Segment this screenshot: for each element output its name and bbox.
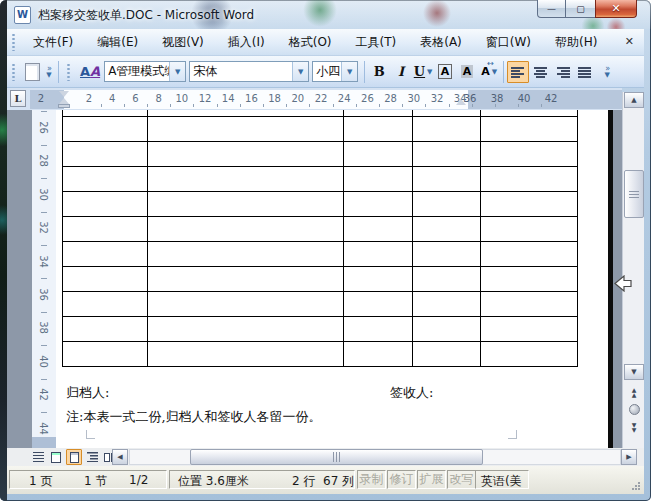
select-browse-object-button[interactable] xyxy=(624,402,644,417)
table-cell[interactable] xyxy=(481,241,578,266)
table-cell[interactable] xyxy=(63,291,148,316)
table-cell[interactable] xyxy=(63,316,148,341)
normal-view-button[interactable] xyxy=(30,449,46,465)
mode-toggle-3[interactable]: 扩展 xyxy=(417,470,446,489)
table-cell[interactable] xyxy=(148,141,344,166)
menu-item-4[interactable]: 插入(I) xyxy=(216,29,277,55)
table-cell[interactable] xyxy=(481,191,578,216)
table-cell[interactable] xyxy=(344,141,413,166)
menu-item-2[interactable]: 编辑(E) xyxy=(85,29,150,55)
styles-and-formatting-icon[interactable]: AA xyxy=(80,64,100,79)
align-center-button[interactable] xyxy=(529,61,551,83)
table-cell[interactable] xyxy=(148,341,344,366)
table-cell[interactable] xyxy=(63,191,148,216)
scroll-right-button[interactable]: ▶ xyxy=(621,449,637,465)
table-cell[interactable] xyxy=(413,291,481,316)
toolbar-drag-handle-icon[interactable] xyxy=(12,63,15,81)
web-layout-view-button[interactable] xyxy=(48,449,64,465)
toolbar-drag-handle-icon[interactable] xyxy=(67,63,70,81)
table-cell[interactable] xyxy=(344,166,413,191)
close-document-icon[interactable]: ✕ xyxy=(625,29,634,55)
table-cell[interactable] xyxy=(413,191,481,216)
table-cell[interactable] xyxy=(63,216,148,241)
character-shading-button[interactable]: A xyxy=(456,61,478,83)
scroll-left-button[interactable]: ◀ xyxy=(112,449,128,465)
style-combobox[interactable]: A管理模式编 ▼ xyxy=(104,61,186,82)
previous-page-button[interactable]: ▲▲ xyxy=(624,384,644,400)
table-cell[interactable] xyxy=(481,116,578,141)
menu-item-5[interactable]: 格式(O) xyxy=(277,29,344,55)
table-cell[interactable] xyxy=(63,266,148,291)
underline-dropdown-icon[interactable]: ▼ xyxy=(427,68,432,76)
table-cell[interactable] xyxy=(63,341,148,366)
menu-item-1[interactable]: 文件(F) xyxy=(21,29,85,55)
mode-toggle-2[interactable]: 修订 xyxy=(387,470,416,489)
table-cell[interactable] xyxy=(148,116,344,141)
table-cell[interactable] xyxy=(481,291,578,316)
table-cell[interactable] xyxy=(481,316,578,341)
table-cell[interactable] xyxy=(344,191,413,216)
table-cell[interactable] xyxy=(63,116,148,141)
first-line-indent-marker[interactable] xyxy=(59,91,69,97)
table-cell[interactable] xyxy=(481,266,578,291)
resize-grip-icon[interactable] xyxy=(631,481,641,491)
align-right-button[interactable] xyxy=(551,61,573,83)
print-layout-view-button[interactable] xyxy=(66,449,82,465)
table-cell[interactable] xyxy=(481,216,578,241)
table-cell[interactable] xyxy=(413,241,481,266)
outline-view-button[interactable] xyxy=(84,449,100,465)
toolbar-overflow-button[interactable]: » ▼ xyxy=(601,61,613,83)
character-border-button[interactable]: A xyxy=(434,61,456,83)
table-cell[interactable] xyxy=(63,166,148,191)
table-cell[interactable] xyxy=(481,141,578,166)
horizontal-ruler[interactable]: 2 24681012141618202224262830323436384042 xyxy=(30,90,622,109)
table-cell[interactable] xyxy=(413,166,481,191)
bold-button[interactable]: B xyxy=(368,61,390,83)
font-size-combobox[interactable]: 小四 ▼ xyxy=(312,61,358,82)
font-dropdown-icon[interactable]: ▼ xyxy=(292,62,308,81)
tab-selector-button[interactable]: L xyxy=(10,90,26,107)
document-page[interactable]: 归档人: 签收人: 注:本表一式二份,归档人和签收人各留一份。 xyxy=(56,110,608,448)
vertical-scrollbar[interactable]: ▲ ▼ ▲▲ ▼▼ xyxy=(622,92,644,448)
close-button[interactable]: ✕ xyxy=(595,0,637,18)
table-cell[interactable] xyxy=(344,116,413,141)
table-cell[interactable] xyxy=(344,291,413,316)
vertical-scrollbar-thumb[interactable] xyxy=(624,170,644,218)
vertical-ruler[interactable]: 26283032343638404244 xyxy=(32,110,56,448)
font-size-dropdown-icon[interactable]: ▼ xyxy=(341,62,357,81)
table-cell[interactable] xyxy=(481,166,578,191)
character-scale-button[interactable]: A↔ ▼ xyxy=(478,61,500,83)
menu-item-3[interactable]: 视图(V) xyxy=(150,29,216,55)
table-cell[interactable] xyxy=(344,316,413,341)
table-cell[interactable] xyxy=(413,216,481,241)
table-cell[interactable] xyxy=(413,116,481,141)
right-indent-marker[interactable] xyxy=(456,99,466,105)
table-cell[interactable] xyxy=(148,191,344,216)
distribute-button[interactable] xyxy=(573,61,595,83)
new-document-button[interactable] xyxy=(21,61,43,83)
table-cell[interactable] xyxy=(148,266,344,291)
character-scale-dropdown-icon[interactable]: ▼ xyxy=(492,68,497,76)
menu-item-7[interactable]: 表格(A) xyxy=(408,29,474,55)
minimize-button[interactable]: — xyxy=(537,0,566,18)
table-cell[interactable] xyxy=(148,291,344,316)
table-cell[interactable] xyxy=(344,266,413,291)
table-cell[interactable] xyxy=(413,141,481,166)
table-cell[interactable] xyxy=(344,216,413,241)
table-cell[interactable] xyxy=(148,216,344,241)
table-cell[interactable] xyxy=(413,316,481,341)
horizontal-scrollbar-thumb[interactable] xyxy=(190,449,483,465)
table-cell[interactable] xyxy=(148,316,344,341)
table-cell[interactable] xyxy=(413,341,481,366)
style-dropdown-icon[interactable]: ▼ xyxy=(169,62,185,81)
menubar-drag-handle-icon[interactable] xyxy=(12,33,15,51)
table-cell[interactable] xyxy=(481,341,578,366)
left-indent-marker[interactable] xyxy=(58,104,70,108)
table-cell[interactable] xyxy=(344,341,413,366)
mode-toggle-1[interactable]: 录制 xyxy=(357,470,386,489)
table-cell[interactable] xyxy=(63,141,148,166)
font-combobox[interactable]: 宋体 ▼ xyxy=(189,61,309,82)
table-cell[interactable] xyxy=(344,241,413,266)
scroll-up-button[interactable]: ▲ xyxy=(624,92,644,108)
menu-item-8[interactable]: 窗口(W) xyxy=(474,29,543,55)
